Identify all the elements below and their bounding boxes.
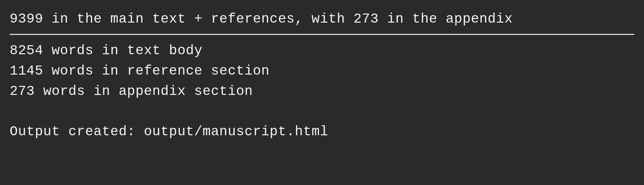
- text-body-count: 8254 words in text body: [10, 41, 634, 61]
- word-count-summary: 9399 in the main text + references, with…: [10, 9, 634, 29]
- section-divider: [10, 34, 634, 35]
- blank-line: [10, 102, 634, 122]
- appendix-count: 273 words in appendix section: [10, 81, 634, 102]
- reference-count: 1145 words in reference section: [10, 61, 634, 81]
- output-created-line: Output created: output/manuscript.html: [10, 122, 634, 142]
